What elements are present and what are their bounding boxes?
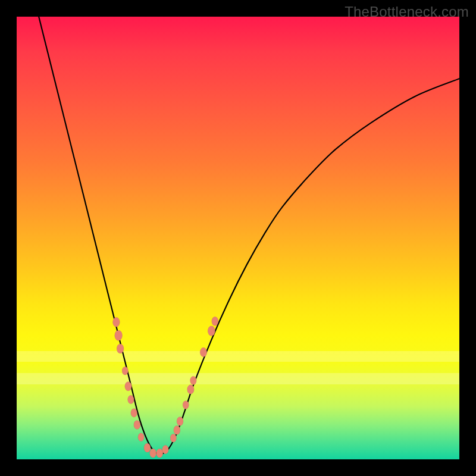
highlight-points — [112, 317, 218, 458]
highlight-marker — [115, 330, 123, 341]
highlight-marker — [150, 449, 156, 458]
highlight-marker — [174, 425, 180, 434]
bottleneck-curve — [39, 17, 459, 454]
highlight-marker — [112, 317, 120, 327]
watermark-text: TheBottleneck.com — [345, 4, 469, 20]
chart-svg — [17, 17, 459, 459]
highlight-marker — [156, 449, 163, 458]
highlight-marker — [212, 317, 218, 325]
plot-area — [17, 17, 459, 459]
highlight-marker — [187, 385, 195, 394]
highlight-marker — [208, 326, 215, 336]
highlight-marker — [134, 420, 140, 429]
highlight-marker — [183, 400, 189, 409]
highlight-marker — [200, 347, 207, 357]
highlight-marker — [162, 445, 169, 454]
highlight-marker — [138, 433, 144, 441]
highlight-marker — [144, 443, 151, 452]
highlight-marker — [190, 376, 196, 385]
highlight-marker — [131, 409, 137, 418]
chart-stage: TheBottleneck.com — [0, 0, 476, 476]
highlight-marker — [117, 344, 124, 353]
highlight-marker — [125, 381, 132, 391]
highlight-marker — [177, 416, 183, 425]
highlight-marker — [128, 395, 134, 404]
highlight-marker — [170, 434, 176, 442]
highlight-marker — [122, 367, 128, 375]
